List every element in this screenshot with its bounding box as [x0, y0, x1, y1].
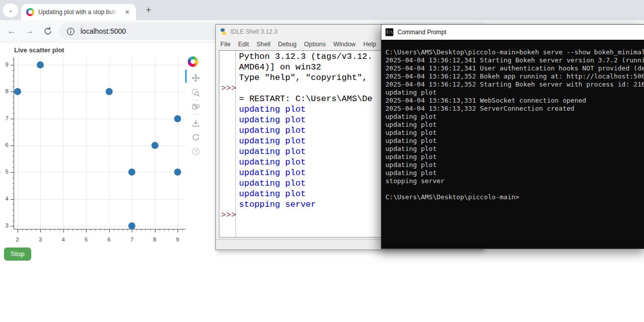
x-tick-label: 9	[176, 236, 179, 243]
y-axis-minor-tick	[12, 156, 14, 156]
help-icon: ?	[191, 147, 200, 156]
x-tick-label: 6	[107, 236, 110, 243]
x-axis-minor-tick	[114, 229, 114, 231]
y-axis-minor-tick	[12, 70, 14, 71]
forward-button[interactable]: →	[23, 25, 36, 38]
svg-text:?: ?	[194, 148, 197, 154]
idle-menu-window[interactable]: Window	[333, 41, 355, 48]
cmd-line: updating plot	[385, 129, 644, 137]
x-axis-minor-tick	[141, 229, 141, 231]
bokeh-logo-icon[interactable]	[188, 56, 198, 67]
x-axis-minor-tick	[169, 229, 169, 231]
plot-title: Live scatter plot	[14, 46, 64, 54]
new-tab-button[interactable]: +	[142, 4, 154, 16]
y-axis-minor-tick	[12, 103, 14, 103]
idle-menu-shell[interactable]: Shell	[257, 41, 271, 48]
reset-tool-button[interactable]	[191, 133, 200, 142]
scatter-point	[106, 88, 113, 95]
scatter-point	[14, 88, 21, 95]
plot-canvas[interactable]	[14, 57, 185, 229]
idle-menu-file[interactable]: File	[220, 41, 230, 48]
reset-icon	[191, 133, 200, 142]
cmd-icon: C:\	[385, 28, 393, 36]
y-tick-label: 3	[0, 222, 9, 228]
help-tool-button[interactable]: ?	[191, 147, 200, 156]
x-axis-minor-tick	[45, 229, 45, 231]
x-tick-label: 7	[130, 236, 133, 243]
x-axis-minor-tick	[95, 229, 96, 231]
y-axis-minor-tick	[12, 59, 14, 60]
cmd-line: 2025-04-04 13:36:12,352 Bokeh app runnin…	[385, 72, 644, 80]
gridline-horizontal	[14, 119, 185, 119]
idle-menu-edit[interactable]: Edit	[238, 41, 249, 48]
y-axis-minor-tick	[12, 188, 14, 189]
y-axis-minor-tick	[12, 75, 14, 76]
x-axis-minor-tick	[68, 229, 68, 231]
x-axis-minor-tick	[118, 229, 119, 231]
y-axis-minor-tick	[12, 204, 14, 205]
x-axis-minor-tick	[91, 229, 91, 231]
idle-prompt: >>>	[221, 83, 236, 94]
y-axis-minor-tick	[12, 140, 14, 140]
y-axis-tick	[11, 145, 14, 146]
cmd-line	[385, 185, 644, 193]
x-axis-minor-tick	[36, 229, 36, 231]
y-axis-minor-tick	[12, 215, 14, 216]
cmd-console-output[interactable]: C:\Users\AMS\Desktop\piccolo-main>bokeh …	[381, 40, 644, 249]
y-axis-minor-tick	[12, 194, 14, 194]
idle-window-title: IDLE Shell 3.12.3	[230, 28, 277, 35]
site-info-icon[interactable]	[66, 27, 75, 36]
close-tab-icon[interactable]: ✕	[123, 8, 132, 17]
download-icon	[191, 119, 200, 128]
x-axis-minor-tick	[123, 229, 123, 231]
gridline-horizontal	[14, 226, 185, 226]
stop-button[interactable]: Stop	[4, 248, 31, 261]
y-axis-tick	[11, 226, 14, 226]
gridline-vertical	[132, 57, 132, 229]
x-axis-tick	[178, 229, 178, 232]
url-text: localhost:5000	[80, 27, 126, 35]
gridline-vertical	[40, 57, 41, 229]
y-tick-label: 9	[0, 61, 9, 67]
tab-title: Updating plot with a stop butto	[38, 9, 118, 16]
toolbar-separator	[192, 100, 199, 100]
cmd-window-title: Command Prompt	[397, 29, 446, 36]
tab-strip: ⌄ Updating plot with a stop butto ✕ +	[0, 0, 644, 20]
cmd-line: 2025-04-04 13:36:13,332 ServerConnection…	[385, 105, 644, 113]
y-axis-tick	[11, 65, 14, 65]
y-axis-tick	[11, 92, 14, 92]
x-tick-label: 2	[16, 236, 19, 243]
pan-tool-button[interactable]	[191, 73, 200, 83]
gridline-horizontal	[14, 199, 185, 200]
y-axis-minor-tick	[12, 221, 14, 221]
idle-menu-help[interactable]: Help	[363, 41, 376, 48]
box-zoom-tool-button[interactable]	[191, 88, 200, 97]
y-tick-label: 7	[0, 115, 9, 121]
cmd-titlebar[interactable]: C:\ Command Prompt	[381, 25, 644, 40]
y-axis-minor-tick	[12, 183, 14, 184]
browser-tab[interactable]: Updating plot with a stop butto ✕	[21, 4, 136, 20]
idle-menu-options[interactable]: Options	[304, 41, 326, 48]
x-axis-minor-tick	[72, 229, 73, 231]
x-axis-minor-tick	[59, 229, 59, 231]
cmd-line: 2025-04-04 13:36:12,341 User authenticat…	[385, 64, 644, 72]
x-axis-tick	[155, 229, 155, 232]
y-axis-tick	[11, 199, 14, 200]
idle-menu-debug[interactable]: Debug	[278, 41, 297, 48]
wheel-zoom-tool-button[interactable]	[191, 102, 200, 111]
tab-search-button[interactable]: ⌄	[3, 4, 18, 17]
cmd-line: updating plot	[385, 113, 644, 121]
save-tool-button[interactable]	[191, 119, 200, 128]
active-tool-indicator	[185, 69, 187, 83]
x-axis-minor-tick	[182, 229, 183, 231]
x-axis-minor-tick	[82, 229, 82, 231]
x-tick-label: 3	[39, 236, 42, 243]
scatter-point	[174, 169, 181, 176]
gridline-horizontal	[14, 172, 185, 173]
reload-button[interactable]	[41, 25, 54, 38]
y-axis-minor-tick	[12, 108, 14, 108]
back-button[interactable]: ←	[5, 25, 18, 38]
scatter-point	[128, 169, 135, 176]
cmd-line: updating plot	[385, 137, 644, 145]
cmd-line: updating plot	[385, 169, 644, 177]
